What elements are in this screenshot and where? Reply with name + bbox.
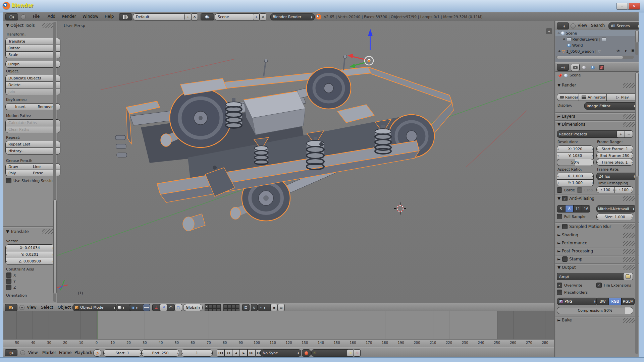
aa-samples-16-button[interactable]: 16	[582, 205, 590, 213]
resolution-y-field[interactable]: ◂Y: 1080▸	[557, 152, 594, 159]
menu-search[interactable]: Search	[590, 21, 606, 30]
layer-cell[interactable]	[231, 304, 235, 308]
delete-button[interactable]: Delete	[5, 81, 60, 88]
prev-keyframe-button[interactable]: ◀◀	[224, 349, 232, 357]
display-mode-dropdown[interactable]: All Scenes	[608, 22, 641, 29]
delete-scene-icon[interactable]: ✕	[260, 13, 266, 20]
aa-size-field[interactable]: ◂Size: 1.000▸	[596, 214, 633, 220]
outliner-hscrollbar-thumb[interactable]	[557, 56, 623, 59]
crop-row[interactable]: Crop	[577, 187, 593, 193]
add-preset-icon[interactable]: ＋	[616, 130, 625, 138]
performance-panel-header[interactable]: ► Performance	[557, 241, 587, 245]
scene-selector-icon[interactable]	[201, 13, 214, 20]
editor-type-timeline-icon[interactable]: ◷	[5, 349, 17, 356]
constraint-z-row[interactable]: Z	[6, 285, 16, 290]
timeline-band[interactable]	[3, 311, 554, 339]
sync-mode-dropdown[interactable]: No Sync	[260, 349, 301, 357]
wagon-model[interactable]	[115, 55, 453, 231]
object-tools-panel-header[interactable]: ▼ Object Tools	[6, 23, 35, 28]
sketching-session-row[interactable]: Use Sketching Sessio	[6, 178, 53, 183]
tab-scene-icon[interactable]	[580, 64, 588, 71]
collapse-menus-icon[interactable]: −	[21, 14, 26, 19]
editor-type-outliner-icon[interactable]: ☰	[557, 22, 569, 29]
join-button[interactable]: Join	[5, 88, 60, 95]
render-display-dropdown[interactable]: Image Editor	[584, 102, 637, 110]
manipulator-translate-toggle[interactable]: ↗	[160, 304, 167, 311]
selectability-arrow-icon[interactable]: ➤	[625, 49, 627, 53]
operator-panel-header[interactable]: ▼ Translate	[6, 229, 29, 234]
timeline-ruler[interactable]: -50-40-30-20-100102030405060708090100110…	[3, 339, 554, 348]
scene-field[interactable]: Scene	[215, 13, 258, 20]
outliner-hscrollbar[interactable]	[556, 56, 634, 59]
layer-cell[interactable]	[223, 304, 227, 308]
stamp-panel-header[interactable]: ► Stamp	[557, 256, 582, 262]
close-button[interactable]: ✕	[629, 3, 640, 10]
screen-layout-icon[interactable]	[119, 13, 132, 20]
renderability-camera-icon[interactable]: ▣	[631, 49, 634, 52]
scale-button[interactable]: Scale	[5, 51, 60, 58]
layer-cell[interactable]	[235, 304, 239, 308]
output-panel-header[interactable]: ▼ Output	[557, 265, 576, 270]
layer-cell[interactable]	[205, 304, 209, 308]
clear-paths-button[interactable]: Clear Paths	[5, 126, 60, 133]
aa-samples-8-button[interactable]: 8	[565, 205, 574, 213]
vector-z-field[interactable]: ◂Z: 0.008909▸	[5, 258, 54, 265]
fps-dropdown[interactable]: 24 fps	[596, 173, 637, 180]
post-processing-panel-header[interactable]: ► Post Processing	[557, 249, 593, 253]
sketching-session-checkbox[interactable]	[6, 178, 11, 183]
delete-keyframes-icon[interactable]: ⚿	[354, 349, 361, 357]
render-panel-header[interactable]: ▼ Render	[557, 83, 576, 87]
full-sample-row[interactable]: Full Sample	[557, 214, 586, 219]
keying-set-field[interactable]: ⚿	[311, 349, 351, 357]
insert-keyframes-icon[interactable]: ⚿	[347, 349, 354, 357]
frame-start-field[interactable]: ◂Start: 1▸	[103, 349, 142, 357]
border-row[interactable]: Borde	[557, 187, 575, 193]
editor-type-info-icon[interactable]: ⓘ	[5, 13, 18, 20]
menu-frame[interactable]: Frame	[58, 349, 73, 357]
pivot-align-toggle[interactable]: ⟷	[143, 304, 150, 311]
file-extensions-row[interactable]: ✓File Extensions	[596, 283, 631, 288]
visibility-eye-icon[interactable]: 👁	[616, 49, 620, 53]
outliner-vscrollbar-thumb[interactable]	[635, 30, 639, 43]
border-checkbox[interactable]	[557, 187, 562, 193]
duplicate-objects-button[interactable]: Duplicate Objects	[5, 75, 60, 81]
stamp-checkbox[interactable]	[562, 256, 568, 262]
outliner-row-world[interactable]: World	[563, 42, 583, 48]
timeline-playhead[interactable]	[98, 311, 98, 339]
opengl-render-icon[interactable]: ▣	[270, 304, 278, 311]
constraint-x-checkbox[interactable]	[6, 273, 11, 278]
expand-plus-icon[interactable]: ⊕	[558, 50, 561, 53]
properties-scrollbar-thumb[interactable]	[635, 72, 639, 177]
toolshelf-scrollbar[interactable]	[53, 22, 56, 302]
play-reverse-button[interactable]: ◀	[232, 349, 240, 357]
pin-icon[interactable]: 📌	[557, 73, 562, 78]
remap-old-field[interactable]: ◂: 100▸	[596, 186, 615, 193]
region-divider[interactable]	[554, 21, 555, 357]
add-layout-icon[interactable]: ＋	[184, 13, 191, 20]
aa-samples-11-button[interactable]: 11	[574, 205, 582, 213]
menu-marker[interactable]: Marker	[41, 349, 57, 357]
manipulator-y-arrow[interactable]	[350, 64, 355, 68]
interaction-mode-dropdown[interactable]: Object Mode	[72, 304, 117, 311]
translate-button[interactable]: Translate	[5, 38, 60, 45]
start-frame-field[interactable]: ◂Start Frame: 1▸	[596, 145, 633, 152]
remove-preset-icon[interactable]: −	[625, 130, 633, 138]
collapse-menus-icon[interactable]: −	[20, 350, 25, 355]
auto-keyframe-record-icon[interactable]	[302, 349, 311, 357]
collapse-menus-icon[interactable]: −	[571, 23, 576, 28]
menu-help[interactable]: Help	[103, 12, 115, 21]
snap-magnet-icon[interactable]: ∪	[251, 304, 258, 311]
transform-manipulator[interactable]	[347, 29, 373, 68]
editor-type-3dview-icon[interactable]	[5, 304, 17, 311]
current-frame-field[interactable]: ◂1▸	[181, 349, 213, 357]
vector-x-field[interactable]: ◂X: 0.01034▸	[5, 244, 54, 251]
menu-view[interactable]: View	[25, 303, 38, 312]
menu-add[interactable]: Add	[46, 12, 57, 21]
tab-texture-icon[interactable]	[597, 64, 606, 71]
channels-rgb-button[interactable]: RGB	[609, 298, 622, 305]
compression-slider[interactable]: Compression: 90%	[557, 307, 633, 314]
manipulator-toggle[interactable]: ⊥	[152, 304, 160, 311]
transform-orientation-dropdown[interactable]: Global	[183, 304, 203, 311]
placeholders-row[interactable]: Placeholders	[557, 290, 588, 295]
motion-blur-panel-header[interactable]: ► Sampled Motion Blur	[557, 224, 611, 229]
